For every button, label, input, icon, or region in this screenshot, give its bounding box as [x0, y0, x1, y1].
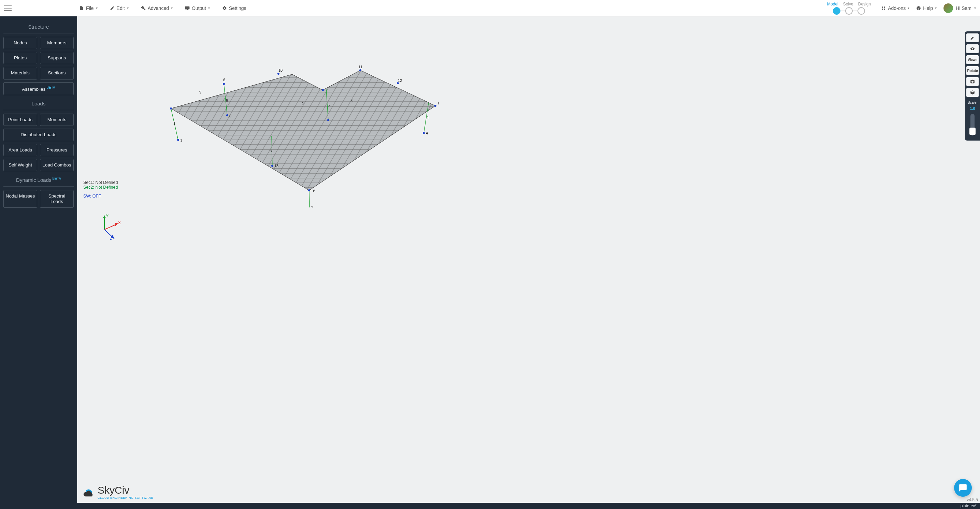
svg-text:1: 1 [180, 138, 182, 143]
visibility-tool[interactable] [966, 45, 978, 53]
edit-menu[interactable]: Edit▾ [104, 5, 135, 11]
step-design-icon[interactable] [858, 7, 865, 15]
draw-tool[interactable] [966, 33, 978, 42]
help-menu[interactable]: Help▾ [916, 5, 937, 11]
svg-text:8: 8 [229, 114, 231, 118]
tab-model[interactable]: Model [827, 2, 838, 6]
addons-label: Add-ons [888, 5, 905, 11]
settings-menu-label: Settings [229, 5, 247, 11]
supports-button[interactable]: Supports [40, 52, 74, 64]
svg-text:10: 10 [438, 101, 439, 105]
tab-design[interactable]: Design [858, 2, 871, 6]
step-solve-icon[interactable] [845, 7, 853, 15]
skyciv-logo: SkyCiv CLOUD ENGINEERING SOFTWARE [81, 484, 153, 499]
eye-icon [970, 46, 975, 51]
advanced-menu[interactable]: Advanced▾ [135, 5, 179, 11]
pressures-button[interactable]: Pressures [40, 144, 74, 156]
logo-tagline: CLOUD ENGINEERING SOFTWARE [98, 496, 153, 499]
output-menu[interactable]: Output▾ [179, 5, 216, 11]
axis-triad-icon: Y X Z [94, 213, 121, 240]
cube-icon [970, 90, 975, 95]
grid-icon [881, 6, 886, 11]
spectral-loads-button[interactable]: Spectral Loads [40, 190, 74, 208]
version-label: v4.5.5 [967, 498, 978, 502]
tab-solve[interactable]: Solve [843, 2, 853, 6]
chevron-down-icon: ▾ [974, 6, 976, 10]
chevron-down-icon: ▾ [935, 6, 937, 10]
svg-text:2: 2 [302, 102, 304, 106]
screenshot-tool[interactable] [966, 77, 978, 86]
svg-text:6: 6 [226, 98, 228, 102]
materials-button[interactable]: Materials [3, 67, 37, 79]
views-button[interactable]: Views [966, 55, 978, 64]
slider-thumb[interactable] [969, 127, 975, 135]
settings-menu[interactable]: Settings [216, 5, 253, 11]
addons-menu[interactable]: Add-ons▾ [881, 5, 909, 11]
gear-icon [222, 6, 227, 11]
file-menu-label: File [86, 5, 94, 11]
chat-button[interactable] [954, 479, 972, 497]
status-bar: plate-ex* [0, 503, 980, 509]
help-label: Help [923, 5, 933, 11]
moments-button[interactable]: Moments [40, 114, 74, 126]
svg-text:5: 5 [328, 103, 329, 107]
self-weight-button[interactable]: Self Weight [3, 159, 37, 171]
chevron-down-icon: ▾ [96, 6, 98, 10]
svg-point-18 [308, 189, 310, 191]
svg-text:Z: Z [110, 236, 112, 240]
sections-button[interactable]: Sections [40, 67, 74, 79]
dynamic-loads-title: Dynamic LoadsBETA [3, 174, 74, 187]
svg-point-21 [327, 119, 329, 121]
menu-toggle-icon[interactable] [4, 5, 11, 11]
step-model-icon[interactable] [833, 7, 840, 15]
camera-icon [970, 79, 975, 84]
area-loads-button[interactable]: Area Loads [3, 144, 37, 156]
svg-text:Y: Y [106, 213, 108, 218]
svg-text:4: 4 [426, 131, 428, 135]
svg-point-10 [223, 83, 225, 85]
top-toolbar: File▾ Edit▾ Advanced▾ Output▾ Settings M… [0, 0, 980, 16]
svg-marker-1 [171, 70, 435, 190]
wrench-icon [141, 6, 146, 11]
pencil-icon [110, 6, 115, 11]
rotate-button[interactable]: Rotate [966, 66, 978, 75]
sec1-status: Sec1: Not Defined [83, 180, 118, 185]
advanced-menu-label: Advanced [148, 5, 169, 11]
assemblies-button[interactable]: AssembliesBETA [3, 82, 74, 95]
distributed-loads-button[interactable]: Distributed Loads [3, 129, 74, 141]
svg-text:4: 4 [426, 115, 429, 119]
scale-slider[interactable] [970, 114, 975, 136]
svg-marker-43 [103, 215, 106, 218]
cloud-icon [81, 487, 95, 497]
svg-point-9 [177, 139, 179, 141]
svg-text:3: 3 [311, 205, 313, 207]
model-viewport[interactable]: 1 9 6 10 2 5 11 12 10 4 9 3 13 8 1 6 5 7… [77, 16, 980, 503]
structure-title: Structure [3, 21, 74, 33]
svg-point-16 [434, 105, 436, 107]
load-combos-button[interactable]: Load Combos [40, 159, 74, 171]
svg-text:7: 7 [270, 150, 272, 154]
svg-point-20 [271, 165, 273, 167]
pencil-icon [970, 35, 975, 40]
svg-marker-45 [115, 223, 118, 226]
chat-icon [958, 484, 967, 492]
user-menu[interactable]: Hi Sam ▾ [943, 3, 976, 13]
svg-point-13 [322, 89, 324, 91]
svg-point-12 [277, 73, 280, 75]
members-button[interactable]: Members [40, 37, 74, 49]
nodes-button[interactable]: Nodes [3, 37, 37, 49]
point-loads-button[interactable]: Point Loads [3, 114, 37, 126]
svg-text:10: 10 [278, 68, 283, 72]
scale-label: Scale: [967, 100, 977, 104]
loads-title: Loads [3, 98, 74, 110]
nodal-masses-button[interactable]: Nodal Masses [3, 190, 37, 208]
chevron-down-icon: ▾ [208, 6, 210, 10]
box-tool[interactable] [966, 88, 978, 97]
user-greeting: Hi Sam [956, 5, 972, 11]
mode-tabs: Model Solve Design [827, 2, 871, 15]
right-toolbar: Views Rotate Scale: 1.0 [965, 32, 980, 140]
plates-button[interactable]: Plates [3, 52, 37, 64]
output-menu-label: Output [192, 5, 206, 11]
filename-label: plate-ex* [961, 504, 977, 508]
file-menu[interactable]: File▾ [73, 5, 104, 11]
